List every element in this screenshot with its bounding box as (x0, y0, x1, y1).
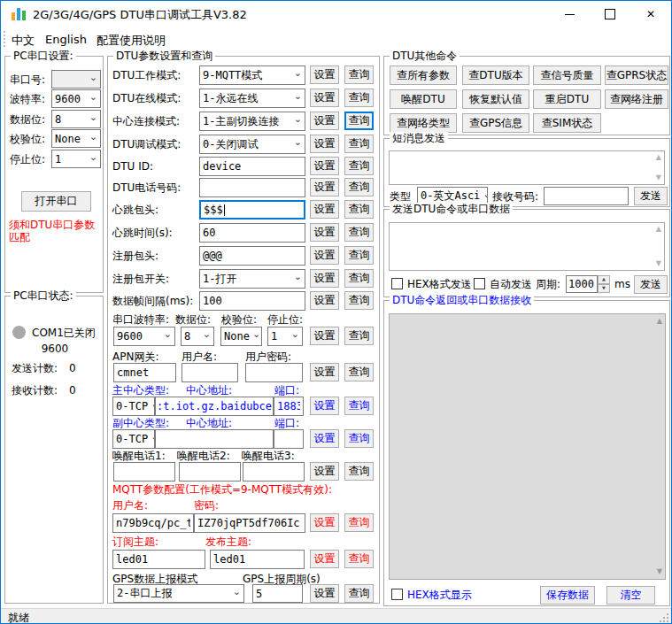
query-button[interactable]: 查询 (344, 200, 374, 219)
sms-textarea[interactable] (389, 150, 665, 185)
query-button[interactable]: 查询 (344, 246, 374, 265)
period-input[interactable] (566, 275, 598, 293)
query-button[interactable]: 查询 (344, 584, 374, 603)
send-textarea[interactable] (389, 222, 665, 271)
query-network-reg-button[interactable]: 查网络注册 (605, 89, 668, 109)
query-all-params-button[interactable]: 查所有参数 (390, 65, 457, 85)
query-button[interactable]: 查询 (344, 269, 374, 288)
query-button[interactable]: 查询 (344, 112, 374, 130)
set-button[interactable]: 设置 (310, 65, 339, 84)
query-button[interactable]: 查询 (344, 89, 374, 107)
work-mode-select[interactable]: 9-MQTT模式 (199, 65, 305, 85)
query-button[interactable]: 查询 (344, 327, 374, 345)
set-button[interactable]: 设置 (310, 550, 339, 568)
set-button[interactable]: 设置 (310, 223, 339, 242)
minimize-button[interactable] (549, 1, 590, 27)
set-button[interactable]: 设置 (310, 112, 339, 130)
main-center-address-input[interactable] (155, 397, 274, 416)
apn-pass-input[interactable] (245, 363, 303, 382)
query-gprs-button[interactable]: 查GPRS状态 (605, 65, 668, 85)
wake-dtu-button[interactable]: 唤醒DTU (390, 89, 457, 109)
send-button[interactable]: 发送 (634, 275, 668, 294)
set-button[interactable]: 设置 (310, 157, 339, 175)
wake-phone3-input[interactable] (243, 462, 305, 481)
dtu-databits-select[interactable]: 8 (181, 327, 214, 346)
query-sim-status-button[interactable]: 查SIM状态 (533, 113, 601, 133)
port-select[interactable] (51, 70, 101, 89)
databits-select[interactable]: 8 (51, 110, 101, 128)
sub-center-address-input[interactable] (155, 429, 274, 449)
query-signal-button[interactable]: 查信号质量 (533, 65, 601, 85)
restart-dtu-button[interactable]: 重启DTU (533, 89, 601, 109)
apn-input[interactable] (113, 363, 176, 382)
dtu-parity-select[interactable]: None (220, 327, 262, 346)
period-spinner[interactable] (566, 275, 610, 293)
pub-topic-input[interactable] (210, 550, 305, 569)
main-center-type-select[interactable]: 0-TCP (112, 397, 155, 416)
sms-send-button[interactable]: 发送 (634, 187, 668, 205)
center-connect-mode-select[interactable]: 1-主副切换连接 (199, 112, 305, 131)
query-button[interactable]: 查询 (344, 157, 374, 175)
set-button[interactable]: 设置 (310, 178, 339, 196)
register-header-input[interactable] (199, 246, 305, 266)
set-button[interactable]: 设置 (310, 135, 339, 153)
scroll-up-icon[interactable] (656, 154, 661, 161)
clear-button[interactable]: 清空 (606, 586, 655, 605)
set-button[interactable]: 设置 (310, 363, 339, 381)
spinner-up-icon[interactable] (598, 275, 610, 284)
query-version-button[interactable]: 查DTU版本 (462, 65, 529, 85)
debug-mode-select[interactable]: 0-关闭调试 (199, 135, 305, 154)
resize-grip[interactable] (660, 613, 668, 622)
query-button[interactable]: 查询 (344, 363, 374, 381)
query-button[interactable]: 查询 (344, 178, 374, 196)
restore-defaults-button[interactable]: 恢复默认值 (462, 89, 529, 109)
receive-textarea[interactable] (389, 313, 666, 580)
sub-center-type-select[interactable]: 0-TCP (112, 429, 155, 449)
query-button[interactable]: 查询 (344, 65, 374, 84)
main-center-port-input[interactable] (274, 397, 304, 416)
scroll-down-icon[interactable] (656, 260, 661, 267)
close-button[interactable] (630, 1, 671, 27)
sub-center-port-input[interactable] (274, 429, 304, 449)
wake-phone2-input[interactable] (179, 462, 241, 481)
dtu-phone-input[interactable] (199, 178, 305, 197)
hex-display-checkbox[interactable] (391, 589, 403, 600)
heartbeat-header-input[interactable]: $$$ (199, 200, 305, 220)
spinner-down-icon[interactable] (598, 284, 610, 293)
set-button[interactable]: 设置 (310, 269, 339, 288)
query-button[interactable]: 查询 (344, 135, 374, 153)
mqtt-pass-input[interactable] (194, 513, 305, 533)
stopbits-select[interactable]: 1 (51, 150, 101, 168)
query-gps-info-button[interactable]: 查GPS信息 (462, 113, 529, 133)
set-button[interactable]: 设置 (310, 397, 339, 415)
open-serial-button[interactable]: 打开串口 (21, 191, 91, 212)
scroll-down-icon[interactable] (656, 174, 661, 181)
query-button[interactable]: 查询 (344, 291, 374, 310)
hex-send-checkbox[interactable] (391, 278, 403, 289)
save-data-button[interactable]: 保存数据 (540, 586, 595, 605)
query-network-type-button[interactable]: 查网络类型 (390, 113, 457, 133)
query-button[interactable]: 查询 (344, 513, 374, 532)
heartbeat-interval-input[interactable] (199, 223, 305, 243)
online-mode-select[interactable]: 1-永远在线 (199, 89, 305, 108)
gps-period-input[interactable] (252, 584, 303, 603)
query-button[interactable]: 查询 (344, 223, 374, 242)
set-button[interactable]: 设置 (310, 584, 339, 603)
scroll-up-icon[interactable] (656, 226, 661, 233)
mqtt-user-input[interactable] (112, 513, 194, 533)
set-button[interactable]: 设置 (310, 513, 339, 532)
query-button[interactable]: 查询 (344, 550, 374, 568)
sms-number-input[interactable] (544, 187, 629, 205)
dtu-stopbits-select[interactable]: 1 (267, 327, 303, 346)
baud-select[interactable]: 9600 (51, 89, 101, 108)
scroll-down-icon[interactable] (657, 568, 662, 575)
set-button[interactable]: 设置 (310, 291, 339, 310)
apn-user-input[interactable] (182, 363, 238, 382)
register-switch-select[interactable]: 1-打开 (199, 269, 305, 289)
wake-phone1-input[interactable] (113, 462, 175, 481)
frame-interval-input[interactable] (199, 291, 305, 311)
gps-mode-select[interactable]: 2-串口上报 (113, 584, 244, 603)
sub-topic-input[interactable] (112, 550, 205, 569)
query-button[interactable]: 查询 (344, 462, 374, 481)
dtu-baud-select[interactable]: 9600 (113, 327, 175, 346)
